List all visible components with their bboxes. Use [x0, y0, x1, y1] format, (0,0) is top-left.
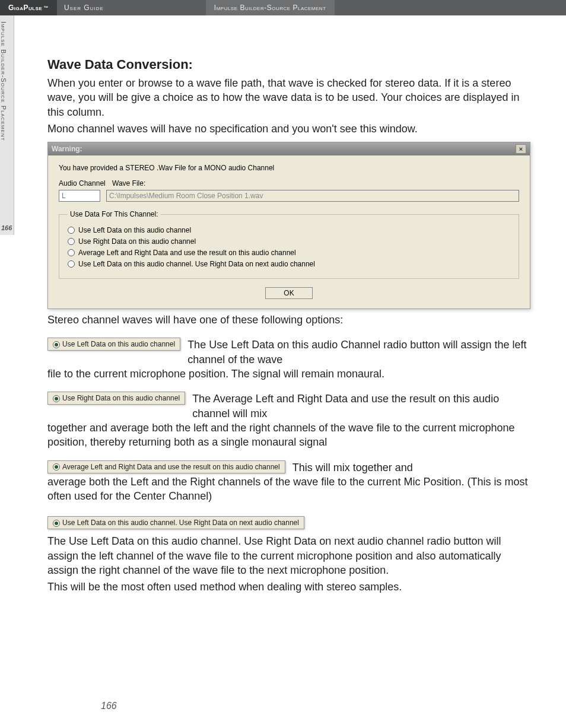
radio-icon — [53, 463, 60, 471]
radio-option-average[interactable]: Average Left and Right Data and use the … — [68, 249, 510, 257]
audio-channel-label: Audio Channel — [59, 179, 106, 187]
radio-icon — [68, 238, 75, 245]
intro-paragraph-1: When you enter or browse to a wave file … — [47, 76, 530, 119]
radio-widget-label: Use Left Data on this audio channel — [62, 340, 175, 348]
close-icon[interactable]: × — [516, 144, 526, 154]
radio-icon — [68, 260, 75, 268]
warning-dialog: Warning: × You have provided a STEREO .W… — [47, 142, 530, 309]
widget3-text-a: This will mix together and — [292, 460, 530, 475]
brand-block: GigaPulse™ — [0, 0, 57, 15]
radio-option-left[interactable]: Use Left Data on this audio channel — [68, 226, 510, 234]
radio-icon — [53, 341, 60, 348]
doc-subtitle: User Guide — [57, 4, 111, 12]
wave-file-input[interactable] — [106, 190, 519, 202]
dialog-titlebar: Warning: × — [48, 142, 530, 155]
widget4-text-b: This will be the most often used method … — [47, 580, 530, 594]
radio-option-split[interactable]: Use Left Data on this audio channel. Use… — [68, 260, 510, 268]
wave-file-label: Wave File: — [112, 179, 145, 187]
radio-widget-label: Average Left and Right Data and use the … — [62, 463, 280, 471]
radio-icon — [53, 395, 60, 402]
radio-widget-label: Use Right Data on this audio channel — [62, 394, 180, 402]
dialog-message: You have provided a STEREO .Wav File for… — [59, 164, 519, 172]
after-dialog-text: Stereo channel waves will have one of th… — [47, 313, 530, 327]
radio-label: Use Left Data on this audio channel — [78, 226, 191, 234]
dialog-title-text: Warning: — [52, 145, 82, 153]
top-bar: GigaPulse™ User Guide Impulse Builder-So… — [0, 0, 566, 15]
radio-icon — [68, 227, 75, 234]
widget2-text-b: together and average both the left and t… — [47, 421, 530, 450]
radio-widget-average[interactable]: Average Left and Right Data and use the … — [47, 460, 285, 473]
widget1-text-b: file to the current microphone position.… — [47, 367, 530, 381]
group-legend: Use Data For This Channel: — [68, 210, 161, 218]
doc-section: Impulse Builder-Source Placement — [206, 0, 335, 15]
side-tab-label: Impulse Builder-Source Placement — [0, 15, 9, 141]
radio-widget-left[interactable]: Use Left Data on this audio channel — [47, 338, 180, 351]
intro-paragraph-2: Mono channel waves will have no specific… — [47, 122, 530, 136]
audio-channel-input[interactable] — [59, 190, 100, 202]
section-heading: Wave Data Conversion: — [47, 57, 530, 72]
radio-icon — [53, 520, 60, 527]
brand-name: GigaPulse — [8, 4, 42, 12]
ok-button[interactable]: OK — [265, 287, 313, 299]
widget1-text-a: The Use Left Data on this audio Channel … — [187, 338, 530, 367]
side-tab: Impulse Builder-Source Placement 166 — [0, 15, 14, 235]
footer-page-number: 166 — [101, 701, 117, 711]
radio-label: Use Left Data on this audio channel. Use… — [78, 260, 315, 268]
trademark: ™ — [43, 5, 49, 11]
use-data-group: Use Data For This Channel: Use Left Data… — [59, 210, 519, 279]
radio-widget-split[interactable]: Use Left Data on this audio channel. Use… — [47, 516, 304, 529]
radio-icon — [68, 249, 75, 256]
side-tab-page: 166 — [1, 224, 12, 231]
radio-widget-label: Use Left Data on this audio channel. Use… — [62, 519, 299, 527]
widget4-text-a: The Use Left Data on this audio channel.… — [47, 534, 530, 577]
radio-option-right[interactable]: Use Right Data on this audio channel — [68, 237, 510, 246]
widget2-text-a: The Average Left and Right Data and use … — [192, 392, 530, 421]
widget3-text-b: average both the Left and the Right chan… — [47, 475, 530, 504]
radio-label: Use Right Data on this audio channel — [78, 237, 196, 246]
radio-widget-right[interactable]: Use Right Data on this audio channel — [47, 392, 185, 405]
radio-label: Average Left and Right Data and use the … — [78, 249, 296, 257]
